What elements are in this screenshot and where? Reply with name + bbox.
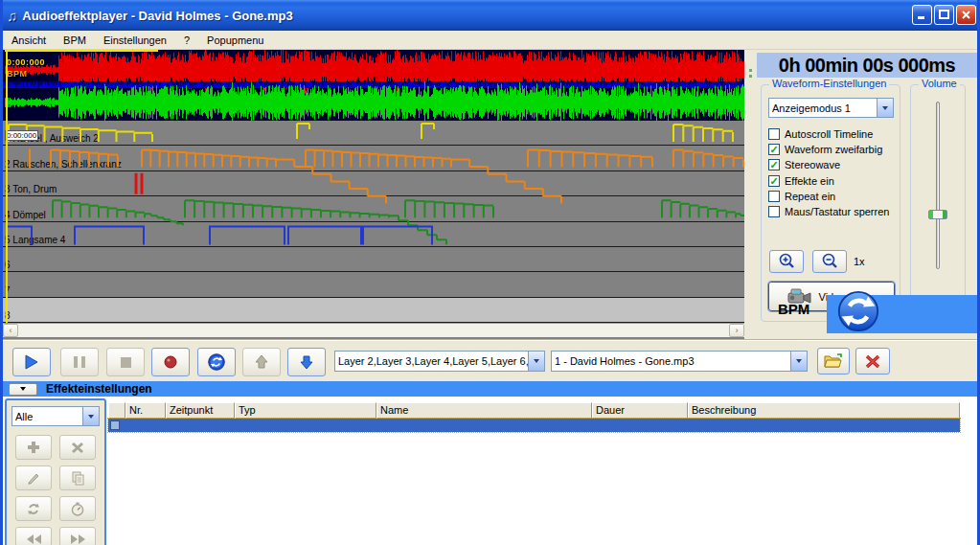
effect-marker[interactable] (422, 124, 434, 139)
menu-item-?[interactable]: ? (175, 33, 198, 48)
play-button[interactable] (12, 348, 51, 376)
column-header-Zeitpunkt[interactable]: Zeitpunkt (166, 402, 235, 419)
refresh-effects-button[interactable] (15, 496, 52, 521)
menu-item-ansicht[interactable]: Ansicht (3, 33, 55, 48)
unchecked-checkbox-icon[interactable] (768, 206, 780, 217)
column-header-Nr.[interactable]: Nr. (125, 402, 166, 419)
combo-arrow-icon[interactable] (528, 352, 544, 371)
effect-marker[interactable] (53, 200, 183, 225)
app-window: ♫ Audioeffektplayer - David Holmes - Gon… (0, 0, 980, 545)
column-header-selector[interactable] (108, 402, 125, 419)
combo-arrow-icon[interactable] (82, 407, 99, 425)
checkbox-repeat-ein[interactable]: Repeat ein (768, 190, 835, 203)
delete-effect-button[interactable] (59, 435, 96, 460)
pause-button[interactable] (60, 348, 99, 376)
record-button[interactable] (151, 348, 190, 376)
close-button[interactable] (956, 5, 976, 25)
scrollbar-track[interactable] (18, 324, 729, 337)
effect-marker[interactable] (405, 200, 493, 217)
layer-select[interactable]: Layer 2,Layer 3,Layer 4,Layer 5,Layer 6,… (334, 351, 545, 372)
title-bar[interactable]: ♫ Audioeffektplayer - David Holmes - Gon… (0, 0, 980, 31)
effects-table-header[interactable]: Nr.ZeitpunktTypNameDauerBeschreibung (108, 402, 960, 419)
effects-collapse-button[interactable] (9, 383, 37, 396)
effect-marker[interactable] (51, 149, 118, 167)
effects-table-selected-row[interactable] (108, 419, 960, 432)
zoom-out-button[interactable] (812, 250, 847, 273)
menu-item-einstellungen[interactable]: Einstellungen (95, 33, 175, 48)
remove-track-button[interactable] (855, 348, 890, 375)
effect-marker[interactable] (673, 149, 743, 167)
effect-marker[interactable] (142, 149, 386, 203)
playhead-cursor[interactable] (6, 50, 8, 323)
effect-marker[interactable] (210, 227, 285, 245)
scroll-right-button[interactable]: › (729, 324, 744, 337)
column-header-Beschreibung[interactable]: Beschreibung (688, 402, 960, 419)
checkbox-waveform-zweifarbig[interactable]: ✓Waveform zweifarbig (768, 143, 882, 156)
add-effect-button[interactable] (15, 435, 52, 460)
checkbox-autoscroll-timeline[interactable]: Autoscroll Timeline (768, 127, 873, 141)
move-down-button[interactable] (287, 348, 326, 376)
column-header-Dauer[interactable]: Dauer (592, 402, 688, 419)
effect-marker[interactable] (306, 149, 561, 203)
forward-button[interactable] (59, 527, 96, 545)
minimize-button[interactable] (912, 5, 932, 25)
effects-filter-select[interactable]: Alle (11, 406, 100, 426)
menu-item-popupmenu[interactable]: Popupmenu (198, 33, 272, 48)
combo-arrow-icon[interactable] (877, 99, 893, 117)
effects-table[interactable]: Nr.ZeitpunktTypNameDauerBeschreibung (108, 402, 960, 432)
display-mode-select[interactable]: Anzeigemodus 1 (768, 98, 894, 118)
column-header-Typ[interactable]: Typ (235, 402, 376, 419)
maximize-icon (939, 10, 949, 20)
scroll-left-button[interactable]: ‹ (3, 324, 18, 337)
stopwatch-button[interactable] (59, 496, 96, 521)
open-file-button[interactable] (817, 348, 850, 375)
time-display: 0h 00min 00s 000ms (757, 53, 977, 78)
menu-item-bpm[interactable]: BPM (55, 33, 95, 48)
collapse-arrow-icon (20, 387, 26, 391)
rewind-button[interactable] (15, 527, 52, 545)
volume-slider-thumb[interactable] (928, 210, 947, 219)
row-selector-cell[interactable] (110, 420, 120, 430)
zoom-in-button[interactable] (769, 250, 804, 273)
loop-button[interactable] (197, 348, 236, 376)
track-select[interactable]: 1 - David Holmes - Gone.mp3 (551, 351, 808, 372)
effect-marker[interactable] (297, 124, 309, 139)
bpm-refresh-icon[interactable] (837, 290, 879, 332)
effect-marker[interactable] (673, 125, 733, 142)
effect-marker[interactable] (7, 227, 32, 245)
checked-checkbox-icon[interactable]: ✓ (768, 144, 780, 155)
effect-marker[interactable] (662, 200, 744, 223)
column-header-Name[interactable]: Name (376, 402, 592, 419)
effect-marker[interactable] (136, 173, 142, 194)
stereo-waveform-display[interactable] (3, 50, 744, 121)
checkbox-maus-tastatur-sperren[interactable]: Maus/Tastatur sperren (768, 205, 889, 218)
stop-button[interactable] (106, 348, 145, 376)
app-music-note-icon: ♫ (7, 8, 17, 24)
maximize-button[interactable] (934, 5, 954, 25)
effect-marker[interactable] (288, 227, 361, 245)
checked-checkbox-icon[interactable]: ✓ (768, 159, 780, 170)
effect-marker[interactable] (528, 149, 652, 167)
effect-marker[interactable] (185, 200, 446, 244)
arrow-up-icon (254, 354, 269, 370)
track-select-value: 1 - David Holmes - Gone.mp3 (552, 355, 790, 367)
open-folder-icon (824, 353, 843, 369)
effects-toolbox: Alle (5, 398, 106, 545)
checkbox-stereowave[interactable]: ✓Stereowave (768, 158, 840, 171)
copy-effect-button[interactable] (59, 466, 96, 490)
checkbox-effekte-ein[interactable]: ✓Effekte ein (768, 174, 834, 188)
combo-arrow-icon[interactable] (790, 352, 807, 371)
unchecked-checkbox-icon[interactable] (768, 191, 780, 202)
waveform-timeline-panel[interactable]: 0:00:000 BPM 1 Rassel , Ausweich 20:00:0… (3, 50, 744, 340)
unchecked-checkbox-icon[interactable] (768, 128, 780, 140)
timeline-scrollbar[interactable]: ‹ › (3, 323, 744, 337)
panel-splitter[interactable] (744, 50, 757, 340)
volume-slider-track[interactable] (936, 102, 940, 269)
splitter-grip (749, 69, 752, 72)
edit-effect-button[interactable] (15, 466, 52, 490)
effect-marker[interactable] (75, 227, 144, 245)
checkbox-label: Autoscroll Timeline (785, 128, 873, 140)
checked-checkbox-icon[interactable]: ✓ (768, 175, 780, 187)
move-up-button[interactable] (242, 348, 281, 376)
pencil-icon (26, 471, 41, 486)
